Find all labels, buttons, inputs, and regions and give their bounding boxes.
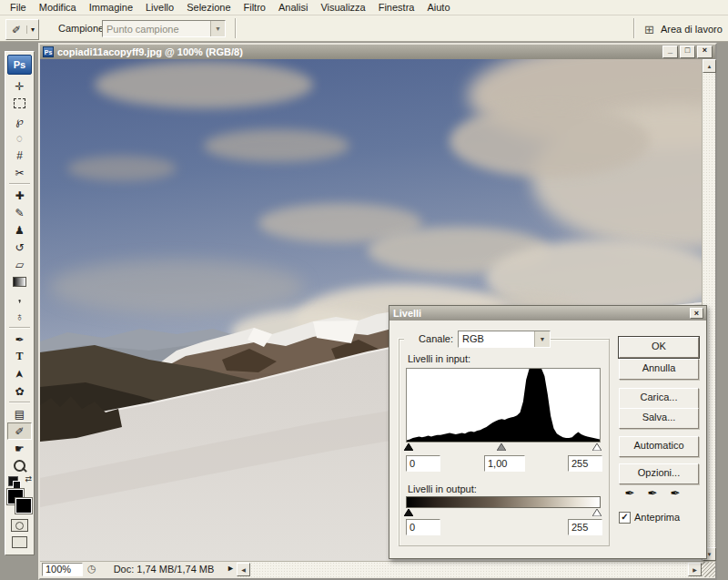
quick-selection-tool[interactable]: ◌	[7, 129, 32, 147]
output-black-field[interactable]: 0	[406, 519, 440, 535]
channel-row: Canale: RGB ▼	[404, 330, 551, 348]
menu-item-analisi[interactable]: Analisi	[272, 1, 314, 14]
clone-stamp-tool[interactable]: ♟	[7, 221, 32, 239]
color-controls: ⇄	[7, 476, 32, 516]
input-black-slider[interactable]	[404, 443, 413, 451]
scroll-right-icon[interactable]: ▶	[688, 563, 702, 576]
toolbox-divider	[9, 402, 30, 403]
horizontal-scrollbar[interactable]: ◀ ▶	[237, 562, 702, 577]
eraser-tool[interactable]: ▱	[7, 256, 32, 273]
menu-item-immagine[interactable]: Immagine	[83, 1, 139, 14]
options-divider	[235, 18, 237, 38]
move-icon: ✛	[15, 80, 24, 93]
scroll-left-icon[interactable]: ◀	[237, 563, 250, 576]
path-selection-icon: ➤	[14, 369, 26, 378]
menu-item-livello[interactable]: Livello	[139, 1, 180, 14]
brush-tool[interactable]: ✎	[7, 204, 32, 221]
type-tool[interactable]: T	[7, 348, 32, 365]
zoom-tool[interactable]	[7, 457, 32, 474]
load-button[interactable]: Carica...	[619, 388, 699, 409]
ok-button[interactable]: OK	[619, 337, 699, 358]
workspace-button[interactable]: ⊞ Area di lavoro	[639, 19, 728, 39]
photoshop-window: File Modifica Immagine Livello Selezione…	[0, 0, 728, 580]
auto-button[interactable]: Automatico	[619, 436, 699, 457]
menu-item-visualizza[interactable]: Visualizza	[314, 1, 371, 14]
eyedropper-tool[interactable]: ✐	[7, 422, 32, 440]
eraser-icon: ▱	[15, 259, 24, 271]
active-tool-button[interactable]: ✐ ▾	[5, 19, 39, 40]
background-color-swatch[interactable]	[15, 498, 32, 514]
tool-preset-arrow-icon[interactable]: ▾	[26, 25, 38, 34]
screen-mode-icon	[12, 536, 27, 548]
workspace-icon: ⊞	[644, 23, 654, 36]
sample-size-dropdown[interactable]: Punto campione ▼	[102, 20, 226, 37]
channel-dropdown[interactable]: RGB ▼	[458, 331, 551, 348]
menu-item-finestra[interactable]: Finestra	[372, 1, 421, 14]
maximize-button[interactable]: □	[680, 46, 695, 58]
screen-mode-button[interactable]	[7, 534, 32, 551]
hand-tool[interactable]: ☛	[7, 440, 32, 457]
input-gamma-slider[interactable]	[497, 443, 506, 451]
input-black-field[interactable]: 0	[406, 455, 440, 472]
move-tool[interactable]: ✛	[7, 77, 32, 95]
menu-item-modifica[interactable]: Modifica	[33, 1, 83, 14]
cancel-button[interactable]: Annulla	[619, 359, 699, 380]
slice-tool[interactable]: ✂	[7, 164, 32, 181]
lasso-icon: ℘	[15, 115, 23, 127]
close-button[interactable]: ×	[697, 46, 713, 58]
input-white-slider[interactable]	[592, 443, 602, 451]
gradient-tool[interactable]	[7, 273, 32, 290]
black-point-eyedropper-icon[interactable]: ✒	[621, 486, 639, 503]
shape-tool[interactable]: ✿	[7, 382, 32, 400]
notes-tool[interactable]: ▤	[7, 405, 32, 422]
marquee-tool[interactable]	[7, 95, 32, 112]
eyedropper-icon: ✐	[15, 425, 24, 438]
minimize-button[interactable]: _	[662, 46, 678, 58]
gray-point-eyedropper-icon[interactable]: ✒	[643, 486, 662, 503]
path-selection-tool[interactable]: ➤	[7, 365, 32, 382]
zoom-level-input[interactable]: 100%	[42, 563, 83, 576]
pen-tool[interactable]: ✒	[7, 331, 32, 348]
quick-mask-button[interactable]	[7, 516, 32, 534]
input-white-field[interactable]: 255	[568, 455, 602, 472]
resize-grip[interactable]	[702, 562, 715, 577]
notes-icon: ▤	[15, 408, 25, 421]
menu-item-filtro[interactable]: Filtro	[238, 1, 272, 14]
menu-item-file[interactable]: File	[4, 1, 33, 14]
output-levels-label: Livelli in output:	[406, 483, 479, 494]
scroll-up-icon[interactable]: ▲	[703, 59, 716, 73]
white-point-eyedropper-icon[interactable]: ✒	[666, 486, 684, 503]
status-menu-arrow-icon[interactable]: ►	[227, 564, 235, 573]
chevron-down-icon[interactable]: ▼	[210, 21, 225, 36]
close-icon[interactable]: ×	[690, 308, 703, 319]
blur-tool[interactable]: ❛	[7, 290, 32, 308]
lasso-tool[interactable]: ℘	[7, 112, 32, 129]
swap-colors-icon[interactable]: ⇄	[25, 474, 32, 483]
hand-icon: ☛	[15, 443, 25, 455]
output-white-field[interactable]: 255	[568, 519, 602, 535]
crop-tool[interactable]: #	[7, 147, 32, 164]
healing-brush-tool[interactable]: ✚	[7, 187, 32, 204]
levels-dialog-titlebar[interactable]: Livelli	[389, 306, 706, 321]
output-white-slider[interactable]	[592, 509, 602, 516]
brush-icon: ✎	[15, 207, 24, 219]
zoom-icon	[14, 460, 25, 472]
output-black-slider[interactable]	[404, 509, 413, 516]
quick-selection-icon: ◌	[16, 132, 23, 145]
menu-item-selezione[interactable]: Selezione	[180, 1, 237, 14]
dodge-icon: ♁	[15, 310, 24, 323]
preview-checkbox[interactable]: ✓	[619, 512, 631, 524]
save-button[interactable]: Salva...	[619, 408, 699, 429]
history-brush-tool[interactable]: ↺	[7, 239, 32, 256]
output-gradient-bar	[406, 496, 601, 508]
options-button[interactable]: Opzioni...	[619, 463, 699, 484]
dodge-tool[interactable]: ♁	[7, 308, 32, 325]
levels-dialog-title: Livelli	[393, 308, 421, 319]
toolbox-divider	[9, 327, 30, 329]
default-colors-icon[interactable]	[8, 476, 18, 486]
chevron-down-icon[interactable]: ▼	[534, 331, 550, 347]
input-gamma-field[interactable]: 1,00	[484, 455, 525, 472]
photoshop-logo[interactable]: Ps	[7, 55, 32, 75]
document-titlebar[interactable]: Ps copiadi11acopyff9.jpg @ 100% (RGB/8) …	[40, 45, 715, 59]
menu-item-aiuto[interactable]: Aiuto	[420, 1, 456, 14]
